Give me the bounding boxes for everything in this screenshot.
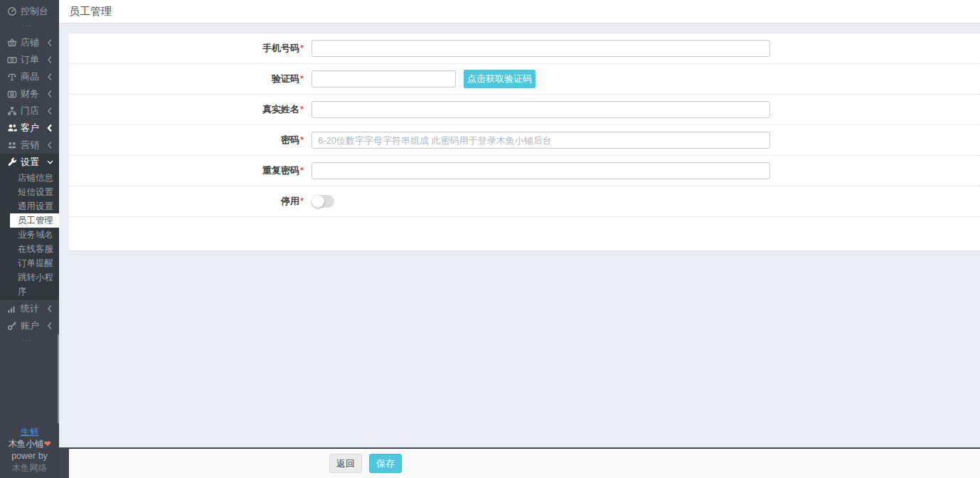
sidebar-scrollbar[interactable] [58,334,59,423]
chevron-left-icon [47,73,53,81]
sitemap-icon [6,106,17,116]
sidebar-item-orders[interactable]: 订单 [0,51,59,68]
main-content: 员工管理 手机号码* 验证码* 点击获取验证码 真实姓名* 密码* 重复密码* [59,0,980,478]
sidebar-item-label: 财务 [21,87,47,100]
sidebar-settings-block: 设置 店铺信息 短信设置 通用设置 员工管理 业务域名 在线客服 订单提醒 跳转… [0,154,59,300]
chevron-left-icon [47,38,53,47]
sidebar-item-customers[interactable]: 客户 [0,120,59,137]
required-asterisk: * [300,43,304,53]
phone-label: 手机号码 [262,43,299,53]
card-filler [69,217,980,250]
chevron-left-icon [47,55,53,64]
repeat-password-input[interactable] [311,162,770,179]
sidebar-item-label: 订单 [21,53,47,66]
employee-form-card: 手机号码* 验证码* 点击获取验证码 真实姓名* 密码* 重复密码* 停用* [69,33,980,251]
sidebar-item-statistics[interactable]: 统计 [0,300,59,317]
form-row-realname: 真实姓名* [69,95,980,125]
sidebar-separator: ··· [0,334,59,349]
sidebar-item-label: 商品 [21,70,47,83]
page-title: 员工管理 [59,0,980,23]
required-asterisk: * [300,73,304,84]
sidebar-item-label: 营销 [21,139,47,152]
sidebar-item-settings[interactable]: 设置 [0,154,59,171]
submenu-item-business-domain[interactable]: 业务域名 [10,228,59,242]
back-button[interactable]: 返回 [329,454,362,473]
disable-toggle[interactable] [311,195,334,208]
sidebar-item-label: 统计 [21,302,47,315]
submenu-item-order-reminder[interactable]: 订单提醒 [10,256,59,270]
footer-bar-wrap: 返回 保存 [0,447,980,478]
required-asterisk: * [300,165,304,176]
password-input[interactable] [311,132,770,149]
chevron-left-icon [47,90,53,98]
realname-input[interactable] [311,101,770,118]
required-asterisk: * [300,104,304,115]
sidebar-item-shop[interactable]: 店铺 [0,34,59,51]
scale-icon [6,72,17,82]
form-row-repeat-password: 重复密码* [69,156,980,186]
users-icon [6,123,17,133]
dashboard-icon [6,6,17,16]
brand-name: 木鱼小铺 [8,439,43,449]
marketing-icon [6,140,17,150]
get-verification-code-button[interactable]: 点击获取验证码 [464,70,536,88]
submenu-item-employee-management[interactable]: 员工管理 [10,213,59,228]
repeat-password-label: 重复密码 [262,165,299,176]
sidebar-item-label: 门店 [21,105,47,117]
company-name: 木鱼网络 [0,462,59,474]
password-label: 密码 [281,134,299,145]
sidebar-item-finance[interactable]: 财务 [0,85,59,102]
finance-icon [6,89,17,99]
form-row-password: 密码* [69,125,980,156]
power-by-text: power by [0,450,59,462]
heart-icon: ❤ [43,439,50,449]
settings-submenu: 店铺信息 短信设置 通用设置 员工管理 业务域名 在线客服 订单提醒 跳转小程序 [0,171,59,300]
chart-icon [6,304,17,314]
fresh-link[interactable]: 生鲜 [21,426,38,438]
sidebar-footer: 生鲜 木鱼小铺❤ power by 木鱼网络 [0,426,59,474]
sidebar-item-marketing[interactable]: 营销 [0,137,59,154]
submenu-item-general-settings[interactable]: 通用设置 [10,199,59,213]
phone-input[interactable] [311,40,770,57]
chevron-down-icon [47,159,53,165]
sidebar-item-goods[interactable]: 商品 [0,68,59,85]
sidebar-menu: 控制台 ··· 店铺 订单 商品 [0,0,59,349]
chevron-left-icon [47,322,53,330]
verification-code-input[interactable] [311,70,456,87]
sidebar: 控制台 ··· 店铺 订单 商品 [0,0,59,478]
disable-label: 停用 [281,196,299,206]
sidebar-item-account[interactable]: 账户 [0,317,59,334]
submenu-item-shop-info[interactable]: 店铺信息 [10,171,59,185]
chevron-left-icon [47,304,53,313]
required-asterisk: * [300,196,304,206]
form-row-disable: 停用* [69,186,980,217]
sidebar-item-label: 账户 [21,319,47,332]
sidebar-separator: ··· [0,20,59,34]
chevron-left-icon [47,124,53,132]
money-icon [6,55,17,65]
basket-icon [6,38,17,48]
chevron-left-icon [47,141,53,149]
sidebar-item-stores[interactable]: 门店 [0,102,59,120]
sidebar-item-label: 客户 [21,122,47,134]
wrench-icon [6,157,17,167]
required-asterisk: * [300,134,304,145]
submenu-item-online-service[interactable]: 在线客服 [10,242,59,256]
sidebar-item-label: 控制台 [21,5,53,18]
toggle-knob [311,195,324,208]
realname-label: 真实姓名 [262,104,299,115]
footer-bar: 返回 保存 [69,449,980,478]
sidebar-item-label: 店铺 [21,36,47,49]
submenu-item-sms-settings[interactable]: 短信设置 [10,185,59,199]
sidebar-item-console[interactable]: 控制台 [0,3,59,20]
form-row-verification: 验证码* 点击获取验证码 [69,64,980,95]
key-icon [6,321,17,331]
chevron-left-icon [47,107,53,115]
sidebar-item-label: 设置 [21,156,47,169]
form-row-phone: 手机号码* [69,33,980,64]
verification-label: 验证码 [272,73,299,84]
submenu-item-jump-miniprogram[interactable]: 跳转小程序 [10,270,59,299]
save-button[interactable]: 保存 [369,454,402,473]
